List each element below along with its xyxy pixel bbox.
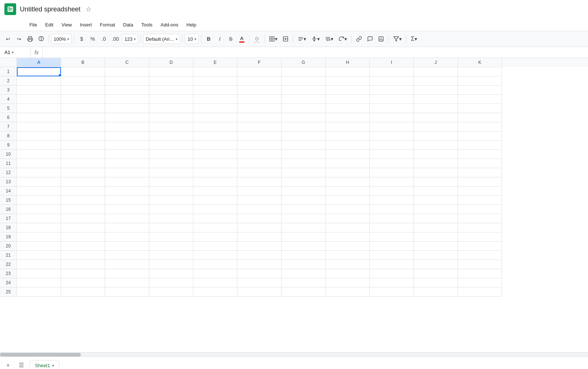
- cell-C4[interactable]: [105, 95, 149, 104]
- cell-A24[interactable]: [17, 278, 61, 287]
- cell-G10[interactable]: [282, 150, 326, 159]
- cell-B3[interactable]: [61, 86, 105, 95]
- cell-K17[interactable]: [458, 214, 502, 223]
- cell-D6[interactable]: [149, 113, 193, 122]
- cell-A16[interactable]: [17, 205, 61, 214]
- cell-C12[interactable]: [105, 168, 149, 177]
- cell-F11[interactable]: [237, 159, 282, 168]
- col-header-A[interactable]: A: [17, 58, 61, 67]
- row-num-19[interactable]: 19: [0, 232, 17, 242]
- cell-D25[interactable]: [149, 287, 193, 297]
- cell-C25[interactable]: [105, 287, 149, 297]
- cell-A5[interactable]: [17, 104, 61, 113]
- insert-link-button[interactable]: [354, 34, 364, 44]
- cell-J14[interactable]: [414, 187, 458, 196]
- cell-F15[interactable]: [237, 196, 282, 205]
- cell-F18[interactable]: [237, 223, 282, 232]
- row-num-22[interactable]: 22: [0, 260, 17, 269]
- col-header-E[interactable]: E: [193, 58, 237, 67]
- cell-F3[interactable]: [237, 86, 282, 95]
- row-num-3[interactable]: 3: [0, 86, 17, 95]
- cell-F9[interactable]: [237, 141, 282, 150]
- cell-G9[interactable]: [282, 141, 326, 150]
- cell-G13[interactable]: [282, 177, 326, 187]
- function-button[interactable]: Σ ▾: [409, 34, 419, 44]
- cell-C24[interactable]: [105, 278, 149, 287]
- bold-button[interactable]: B: [204, 34, 214, 44]
- cell-F24[interactable]: [237, 278, 282, 287]
- cell-D24[interactable]: [149, 278, 193, 287]
- cell-I14[interactable]: [370, 187, 414, 196]
- cell-A21[interactable]: [17, 251, 61, 260]
- cell-B25[interactable]: [61, 287, 105, 297]
- row-num-24[interactable]: 24: [0, 278, 17, 287]
- cell-B8[interactable]: [61, 131, 105, 141]
- cell-F13[interactable]: [237, 177, 282, 187]
- cell-G7[interactable]: [282, 122, 326, 131]
- menu-item-help[interactable]: Help: [183, 21, 200, 29]
- cell-D9[interactable]: [149, 141, 193, 150]
- cell-I18[interactable]: [370, 223, 414, 232]
- cell-I7[interactable]: [370, 122, 414, 131]
- cell-B12[interactable]: [61, 168, 105, 177]
- cell-A9[interactable]: [17, 141, 61, 150]
- cell-K16[interactable]: [458, 205, 502, 214]
- cell-G3[interactable]: [282, 86, 326, 95]
- cell-J11[interactable]: [414, 159, 458, 168]
- cell-I10[interactable]: [370, 150, 414, 159]
- select-all-button[interactable]: [0, 58, 17, 67]
- cell-H1[interactable]: [326, 67, 370, 76]
- cell-K20[interactable]: [458, 242, 502, 251]
- cell-D20[interactable]: [149, 242, 193, 251]
- cell-H5[interactable]: [326, 104, 370, 113]
- cell-F17[interactable]: [237, 214, 282, 223]
- cell-H4[interactable]: [326, 95, 370, 104]
- cell-I15[interactable]: [370, 196, 414, 205]
- cell-C11[interactable]: [105, 159, 149, 168]
- cell-B2[interactable]: [61, 76, 105, 86]
- cell-E11[interactable]: [193, 159, 237, 168]
- cell-J10[interactable]: [414, 150, 458, 159]
- cell-K22[interactable]: [458, 260, 502, 269]
- col-header-J[interactable]: J: [414, 58, 458, 67]
- undo-button[interactable]: ↩: [3, 34, 13, 44]
- menu-item-insert[interactable]: Insert: [76, 21, 96, 29]
- cell-C5[interactable]: [105, 104, 149, 113]
- star-icon[interactable]: ☆: [86, 5, 92, 13]
- row-num-2[interactable]: 2: [0, 76, 17, 86]
- cell-H11[interactable]: [326, 159, 370, 168]
- fill-color-button[interactable]: ◇: [252, 34, 262, 44]
- font-select[interactable]: Default (Ari… ▾: [143, 34, 180, 44]
- cell-F7[interactable]: [237, 122, 282, 131]
- cell-D10[interactable]: [149, 150, 193, 159]
- cell-I19[interactable]: [370, 232, 414, 242]
- cell-J1[interactable]: [414, 67, 458, 76]
- cell-I11[interactable]: [370, 159, 414, 168]
- cell-H18[interactable]: [326, 223, 370, 232]
- cell-C20[interactable]: [105, 242, 149, 251]
- cell-D14[interactable]: [149, 187, 193, 196]
- cell-G21[interactable]: [282, 251, 326, 260]
- decimal-inc-button[interactable]: .00: [110, 34, 121, 44]
- cell-B5[interactable]: [61, 104, 105, 113]
- cell-J13[interactable]: [414, 177, 458, 187]
- zoom-select[interactable]: 100% ▾: [51, 34, 72, 44]
- menu-item-view[interactable]: View: [58, 21, 75, 29]
- row-num-5[interactable]: 5: [0, 104, 17, 113]
- cell-F10[interactable]: [237, 150, 282, 159]
- cell-F1[interactable]: [237, 67, 282, 76]
- cell-K2[interactable]: [458, 76, 502, 86]
- cell-F20[interactable]: [237, 242, 282, 251]
- cell-H24[interactable]: [326, 278, 370, 287]
- cell-A3[interactable]: [17, 86, 61, 95]
- cell-C17[interactable]: [105, 214, 149, 223]
- insert-chart-button[interactable]: [376, 34, 386, 44]
- row-num-20[interactable]: 20: [0, 242, 17, 251]
- cell-E24[interactable]: [193, 278, 237, 287]
- row-num-25[interactable]: 25: [0, 287, 17, 297]
- cell-D7[interactable]: [149, 122, 193, 131]
- cell-G2[interactable]: [282, 76, 326, 86]
- cell-B17[interactable]: [61, 214, 105, 223]
- cell-B7[interactable]: [61, 122, 105, 131]
- cell-H14[interactable]: [326, 187, 370, 196]
